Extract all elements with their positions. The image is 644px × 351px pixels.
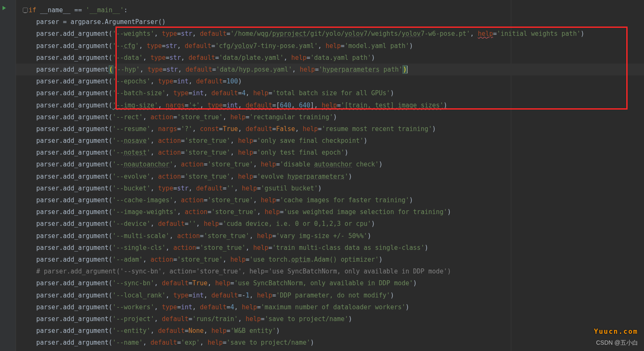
code-line[interactable]: parser.add_argument('--adam', action='st… (16, 254, 644, 265)
code-editor[interactable]: if __name__ == '__main__':parser = argpa… (16, 4, 644, 348)
code-line[interactable]: parser.add_argument('--bucket', type=str… (16, 182, 644, 194)
code-line[interactable]: parser.add_argument('--workers', type=in… (16, 301, 644, 313)
code-line[interactable]: parser.add_argument('--notest', action='… (16, 147, 644, 158)
code-line[interactable]: parser.add_argument('--entity', default=… (16, 325, 644, 337)
code-line[interactable]: parser.add_argument('--evolve', action='… (16, 171, 644, 182)
code-line[interactable]: parser.add_argument('--epochs', type=int… (16, 75, 644, 87)
code-line[interactable]: parser.add_argument('--weights', type=st… (16, 28, 644, 40)
gutter (0, 0, 16, 351)
code-line[interactable]: # parser.add_argument('--sync-bn', actio… (16, 265, 644, 277)
watermark-credit: CSDN @五小白 (596, 337, 638, 348)
code-line[interactable]: parser.add_argument('--hyp', type=str, d… (16, 64, 644, 75)
code-line[interactable]: parser.add_argument('--device', default=… (16, 218, 644, 230)
code-line[interactable]: if __name__ == '__main__': (16, 4, 644, 16)
code-line[interactable]: parser.add_argument('--noautoanchor', ac… (16, 158, 644, 170)
code-line[interactable]: parser.add_argument('--cfg', type=str, d… (16, 40, 644, 52)
code-line[interactable]: parser.add_argument('--multi-scale', act… (16, 230, 644, 242)
run-icon[interactable] (3, 6, 6, 10)
code-line[interactable]: parser.add_argument('--nosave', action='… (16, 135, 644, 147)
watermark-site: Yuucn.com (594, 326, 638, 338)
code-line[interactable]: parser.add_argument('--resume', nargs='?… (16, 123, 644, 135)
code-line[interactable]: parser.add_argument('--image-weights', a… (16, 206, 644, 218)
code-line[interactable]: parser.add_argument('--data', type=str, … (16, 52, 644, 64)
code-line[interactable]: parser.add_argument('--project', default… (16, 313, 644, 325)
code-line[interactable]: parser.add_argument('--img-size', nargs=… (16, 99, 644, 111)
fold-icon[interactable] (23, 8, 28, 13)
code-line[interactable]: parser.add_argument('--name', default='e… (16, 337, 644, 348)
code-line[interactable]: parser.add_argument('--sync-bn', default… (16, 277, 644, 289)
code-line[interactable]: parser = argparse.ArgumentParser() (16, 16, 644, 28)
code-line[interactable]: parser.add_argument('--rect', action='st… (16, 111, 644, 123)
code-line[interactable]: parser.add_argument('--local_rank', type… (16, 289, 644, 301)
code-line[interactable]: parser.add_argument('--batch-size', type… (16, 87, 644, 99)
code-line[interactable]: parser.add_argument('--cache-images', ac… (16, 194, 644, 206)
code-line[interactable]: parser.add_argument('--single-cls', acti… (16, 242, 644, 254)
